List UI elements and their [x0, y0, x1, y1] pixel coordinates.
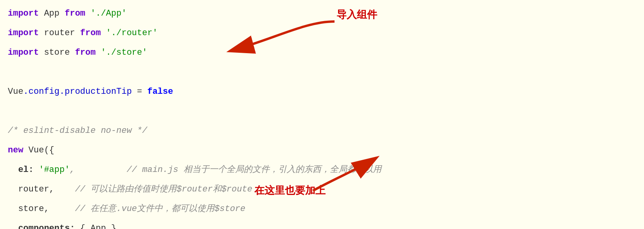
keyword-import-1: import [8, 4, 39, 23]
keyword-from-3: from [75, 43, 96, 63]
code-line-3: import store from './store' [8, 43, 636, 63]
code-components-key: components: [8, 219, 75, 229]
code-line-5: /* eslint-disable no-new */ [8, 121, 636, 141]
code-line-6: new Vue({ [8, 141, 636, 160]
code-router-prop: router, [8, 180, 54, 199]
code-vue-obj: Vue [8, 82, 23, 102]
keyword-from-1: from [65, 4, 85, 23]
code-path-1: './App' [85, 4, 127, 23]
annotation-add-here: 在这里也要加上 [254, 184, 326, 197]
code-line-9: store, // 在任意.vue文件中，都可以使用$store [8, 199, 636, 219]
code-router-comment: // 可以让路由传值时使用$router和$route [54, 180, 252, 199]
code-components-val: { App }, [75, 219, 122, 229]
code-path-3: './store' [95, 43, 147, 63]
empty-line-1 [8, 63, 636, 82]
code-line-7: el: '#app' , // main.js 相当于一个全局的文件，引入的东西… [8, 160, 636, 180]
code-store-name: store [39, 43, 75, 63]
code-line-4: Vue .config.productionTip = false [8, 82, 636, 102]
code-eq: = [132, 82, 148, 102]
keyword-from-2: from [80, 23, 101, 43]
keyword-import-2: import [8, 23, 39, 43]
code-line-2: import router from './router' [8, 23, 636, 43]
code-vue-constructor: Vue({ [23, 141, 54, 160]
code-el-comment: , // main.js 相当于一个全局的文件，引入的东西，全局都可以用 [70, 160, 381, 180]
code-app: App [39, 4, 65, 23]
code-eslint-comment: /* eslint-disable no-new */ [8, 121, 147, 141]
keyword-import-3: import [8, 43, 39, 63]
code-false: false [147, 82, 173, 102]
code-router-name: router [39, 23, 80, 43]
code-el-val: '#app' [34, 160, 70, 180]
empty-line-2 [8, 102, 636, 121]
code-store-prop: store, [8, 199, 49, 219]
code-vue-prop: .config.productionTip [23, 82, 132, 102]
code-path-2: './router' [101, 23, 158, 43]
keyword-new: new [8, 141, 23, 160]
annotation-import-component: 导入组件 [336, 8, 377, 21]
code-line-10: components: { App }, [8, 219, 636, 229]
code-line-1: import App from './App' [8, 4, 636, 23]
code-el-key: el: [8, 160, 34, 180]
code-store-comment: // 在任意.vue文件中，都可以使用$store [49, 199, 246, 219]
